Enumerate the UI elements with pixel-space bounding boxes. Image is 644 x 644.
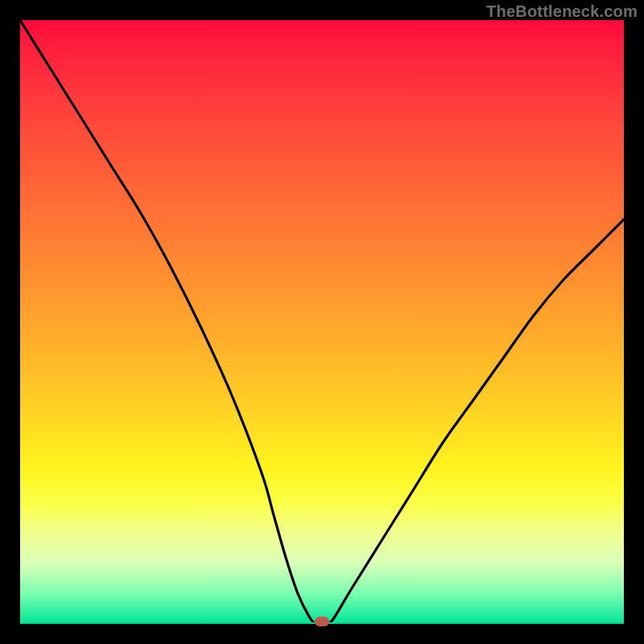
optimal-marker xyxy=(315,617,329,626)
plot-area xyxy=(20,20,624,624)
watermark-text: TheBottleneck.com xyxy=(486,2,638,21)
chart-frame: TheBottleneck.com xyxy=(0,0,644,644)
bottleneck-curve xyxy=(20,20,624,624)
